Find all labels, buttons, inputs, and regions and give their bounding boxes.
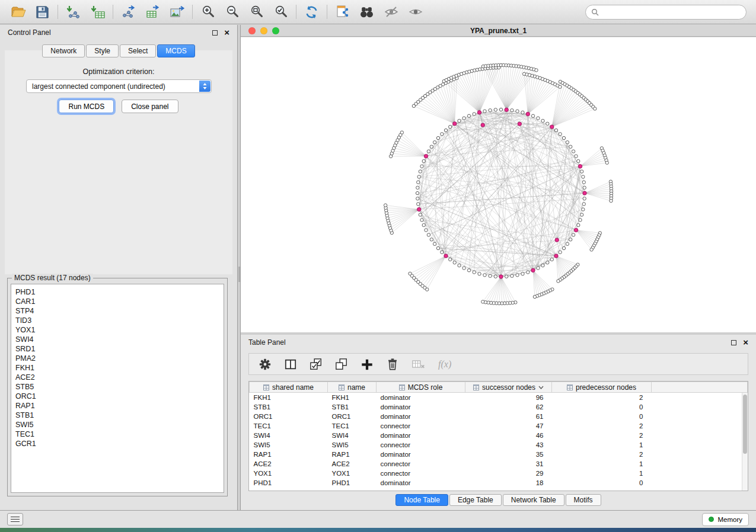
mcds-result-item[interactable]: STB1 [15, 411, 224, 420]
deselect-all-rows-button[interactable] [335, 358, 348, 371]
tab-edge-table[interactable]: Edge Table [449, 494, 502, 506]
close-panel-button[interactable]: Close panel [122, 100, 178, 113]
hamburger-menu-button[interactable] [7, 513, 23, 525]
export-image-button[interactable] [165, 2, 189, 22]
run-mcds-button[interactable]: Run MCDS [59, 100, 114, 113]
sort-menu-icon[interactable] [538, 386, 544, 389]
deselect-all-icon [335, 358, 348, 371]
mcds-result-item[interactable]: ORC1 [15, 392, 224, 401]
toolbar-search-field[interactable] [585, 5, 747, 20]
zoom-out-button[interactable] [220, 2, 244, 22]
zoom-in-button[interactable] [196, 2, 220, 22]
mcds-result-item[interactable]: SWI5 [15, 420, 224, 430]
column-header-predecessor-nodes[interactable]: predecessor nodes [552, 382, 652, 393]
select-all-rows-button[interactable] [310, 358, 323, 371]
close-panel-icon[interactable]: × [224, 30, 229, 36]
table-row[interactable]: TEC1TEC1connector472 [250, 421, 748, 431]
table-row[interactable]: PHD1PHD1dominator180 [250, 478, 748, 488]
mcds-result-item[interactable]: STB5 [15, 382, 224, 392]
column-header-MCDS-role[interactable]: MCDS role [377, 382, 465, 393]
criterion-dropdown[interactable]: largest connected component (undirected) [26, 79, 212, 93]
control-panel-title: Control Panel [8, 28, 51, 37]
mcds-result-item[interactable]: GCR1 [15, 439, 224, 448]
tab-motifs[interactable]: Motifs [566, 494, 601, 506]
table-row[interactable]: ACE2ACE2connector311 [250, 459, 748, 469]
mcds-result-item[interactable]: PHD1 [15, 287, 224, 297]
save-session-button[interactable] [30, 2, 55, 22]
share-document-button[interactable] [330, 2, 355, 22]
table-cell: TEC1 [328, 421, 377, 431]
column-header-name[interactable]: name [328, 382, 377, 393]
tab-style[interactable]: Style [86, 44, 119, 57]
table-cell: dominator [377, 431, 465, 440]
maximize-window-icon[interactable] [272, 27, 279, 34]
close-window-icon[interactable] [248, 27, 256, 34]
column-header-shared-name[interactable]: shared name [250, 382, 328, 393]
table-panel-tabs: Node TableEdge TableNetwork TableMotifs [241, 494, 756, 506]
table-cell: connector [377, 421, 465, 431]
table-row[interactable]: YOX1YOX1connector291 [250, 469, 748, 478]
table-cell: RAP1 [250, 450, 328, 459]
delete-column-button[interactable] [386, 357, 399, 371]
float-panel-icon[interactable] [212, 30, 218, 36]
mcds-result-item[interactable]: SRD1 [15, 344, 224, 354]
table-row[interactable]: STB1STB1dominator620 [250, 402, 748, 412]
minimize-window-icon[interactable] [260, 27, 267, 34]
table-row[interactable]: FKH1FKH1dominator962 [250, 393, 748, 402]
search-network-button[interactable] [355, 2, 379, 22]
mcds-result-item[interactable]: CAR1 [15, 297, 224, 306]
mcds-result-item[interactable]: ACE2 [15, 373, 224, 382]
tab-network-table[interactable]: Network Table [503, 494, 564, 506]
zoom-fit-button[interactable] [244, 2, 269, 22]
mcds-result-item[interactable]: TEC1 [15, 430, 224, 439]
zoom-out-icon [225, 5, 240, 19]
tab-network[interactable]: Network [42, 44, 85, 57]
add-column-button[interactable] [361, 358, 374, 371]
mcds-result-list[interactable]: PHD1CAR1STP4TID3YOX1SWI4SRD1PMA2FKH1ACE2… [11, 284, 224, 493]
mcds-result-item[interactable]: YOX1 [15, 325, 224, 335]
table-cell: STB1 [250, 402, 328, 412]
export-table-button[interactable] [141, 2, 165, 22]
table-cell: dominator [377, 450, 465, 459]
table-cell: SWI4 [328, 431, 377, 440]
open-folder-icon [11, 5, 26, 19]
table-row[interactable]: RAP1RAP1dominator352 [250, 450, 748, 459]
open-session-button[interactable] [6, 2, 30, 22]
network-window-titlebar[interactable]: YPA_prune.txt_1 [241, 25, 756, 37]
refresh-layout-button[interactable] [299, 2, 324, 22]
tab-mcds[interactable]: MCDS [157, 44, 194, 57]
hide-elements-button[interactable] [379, 2, 403, 22]
mcds-result-item[interactable]: STP4 [15, 306, 224, 316]
column-header-successor-nodes[interactable]: successor nodes [465, 382, 552, 393]
import-table-button[interactable] [85, 2, 110, 22]
mcds-result-item[interactable]: TID3 [15, 316, 224, 325]
mcds-result-item[interactable]: PMA2 [15, 354, 224, 363]
search-input[interactable] [602, 8, 741, 16]
table-scrollbar[interactable] [742, 393, 748, 491]
mcds-result-item[interactable]: SWI4 [15, 335, 224, 344]
table-cell: 29 [465, 469, 552, 478]
table-row[interactable]: SWI5SWI5connector431 [250, 440, 748, 450]
table-cell: dominator [377, 412, 465, 421]
table-row[interactable]: SWI4SWI4dominator462 [250, 431, 748, 440]
table-settings-button[interactable] [259, 358, 272, 371]
network-canvas[interactable] [241, 37, 756, 332]
tab-select[interactable]: Select [120, 44, 156, 57]
network-view[interactable] [241, 37, 756, 332]
export-network-button[interactable] [116, 2, 141, 22]
show-columns-button[interactable] [284, 358, 297, 370]
mcds-result-item[interactable]: RAP1 [15, 401, 224, 411]
tab-node-table[interactable]: Node Table [395, 494, 448, 506]
eye-icon [409, 5, 423, 19]
mcds-result-item[interactable]: FKH1 [15, 363, 224, 373]
show-elements-button[interactable] [403, 2, 428, 22]
import-network-button[interactable] [61, 2, 85, 22]
float-panel-icon[interactable] [731, 340, 736, 345]
close-panel-icon[interactable]: × [743, 339, 748, 345]
memory-button[interactable]: Memory [702, 513, 749, 526]
zoom-selected-button[interactable] [269, 2, 293, 22]
table-row[interactable]: ORC1ORC1dominator610 [250, 412, 748, 421]
column-label: predecessor nodes [576, 383, 636, 392]
scrollbar-thumb[interactable] [743, 395, 747, 454]
table-cell: connector [377, 459, 465, 469]
